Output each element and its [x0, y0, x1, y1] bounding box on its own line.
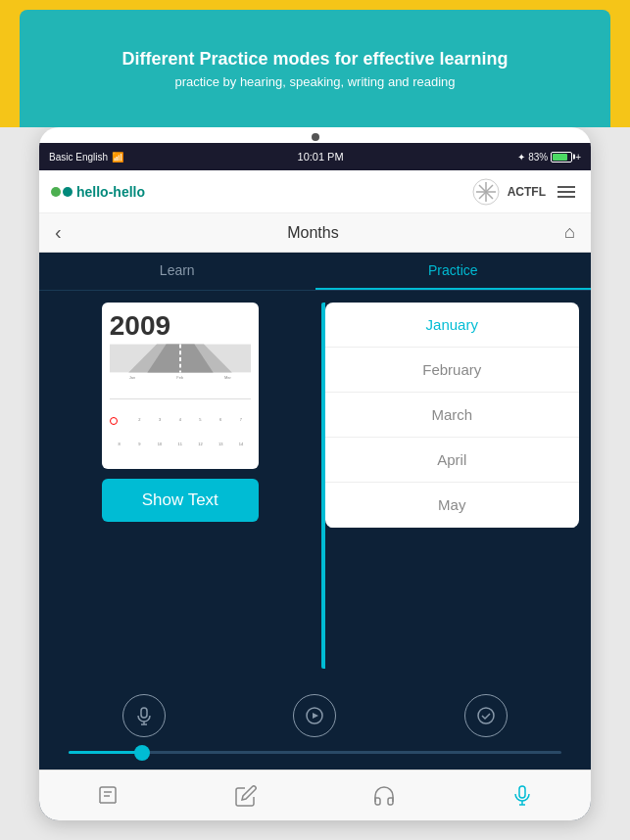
svg-marker-11 [313, 713, 318, 719]
status-left: Basic English 📶 [49, 152, 123, 163]
menu-icon[interactable] [554, 182, 579, 202]
page-title: Months [287, 224, 338, 242]
back-button[interactable]: ‹ [55, 221, 62, 244]
device-frame: Basic English 📶 10:01 PM ✦ 83% + hello-h [39, 127, 591, 820]
tab-practice[interactable]: Practice [315, 253, 592, 290]
month-january[interactable]: January [325, 303, 580, 348]
panel-accent [321, 303, 325, 669]
cal-year: 2009 [110, 310, 251, 342]
banner-inner: Different Practice modes for effective l… [20, 10, 610, 127]
nav-write[interactable] [177, 784, 315, 808]
status-bar: Basic English 📶 10:01 PM ✦ 83% + [39, 143, 591, 170]
header-right: ACTFL [472, 178, 579, 206]
logo-dot-teal [63, 187, 73, 197]
svg-rect-7 [141, 708, 147, 718]
logo-area: hello-hello [51, 184, 145, 200]
home-button[interactable]: ⌂ [564, 222, 575, 243]
left-panel: 2009 Jan [51, 303, 310, 669]
carrier-text: Basic English [49, 152, 108, 163]
month-march[interactable]: March [325, 393, 580, 438]
battery-icon [551, 152, 572, 163]
months-list: January February March April May [325, 303, 580, 528]
progress-bar-container [59, 747, 571, 762]
bottom-controls [39, 680, 591, 770]
status-time: 10:01 PM [298, 151, 344, 163]
nav-bar: ‹ Months ⌂ [39, 213, 591, 253]
content-area: Learn Practice 2009 [39, 253, 591, 820]
bluetooth-icon: ✦ [517, 152, 525, 163]
app-header: hello-hello ACTFL [39, 170, 591, 213]
menu-line-3 [557, 196, 575, 198]
check-button[interactable] [464, 694, 508, 737]
nav-library[interactable] [39, 784, 177, 808]
banner-title: Different Practice modes for effective l… [121, 48, 508, 70]
nav-listen[interactable] [315, 784, 454, 808]
progress-track [69, 751, 561, 754]
month-may[interactable]: May [325, 483, 580, 528]
month-february[interactable]: February [325, 348, 580, 393]
svg-rect-13 [519, 786, 525, 798]
logo-box [51, 187, 73, 197]
battery-fill [553, 154, 567, 161]
play-button[interactable] [293, 694, 336, 737]
actfl-snowflake-icon [472, 178, 500, 206]
top-banner: Different Practice modes for effective l… [0, 0, 630, 127]
right-panel-wrapper: January February March April May [321, 303, 580, 669]
bottom-nav [39, 770, 591, 820]
menu-line-1 [557, 186, 575, 188]
progress-thumb[interactable] [134, 745, 150, 761]
status-right: ✦ 83% + [517, 152, 581, 163]
charging-icon: + [575, 152, 581, 163]
wifi-icon: 📶 [112, 152, 123, 163]
battery-percent: 83% [528, 152, 548, 163]
microphone-button[interactable] [122, 694, 166, 737]
show-text-button[interactable]: Show Text [102, 479, 259, 522]
panels: 2009 Jan [39, 291, 591, 680]
tab-learn[interactable]: Learn [39, 253, 315, 290]
banner-subtitle: practice by hearing, speaking, writing a… [174, 74, 455, 89]
control-buttons [59, 694, 571, 737]
month-april[interactable]: April [325, 438, 580, 483]
progress-fill [69, 751, 142, 754]
logo-dot-green [51, 187, 61, 197]
nav-speak[interactable] [453, 784, 591, 808]
camera-dot [312, 133, 319, 141]
logo-text: hello-hello [76, 184, 145, 200]
menu-line-2 [557, 191, 575, 193]
cal-road-image [110, 344, 251, 373]
svg-point-12 [478, 708, 494, 723]
actfl-text: ACTFL [508, 185, 546, 199]
tab-bar: Learn Practice [39, 253, 591, 291]
calendar-image: 2009 Jan [102, 303, 259, 469]
